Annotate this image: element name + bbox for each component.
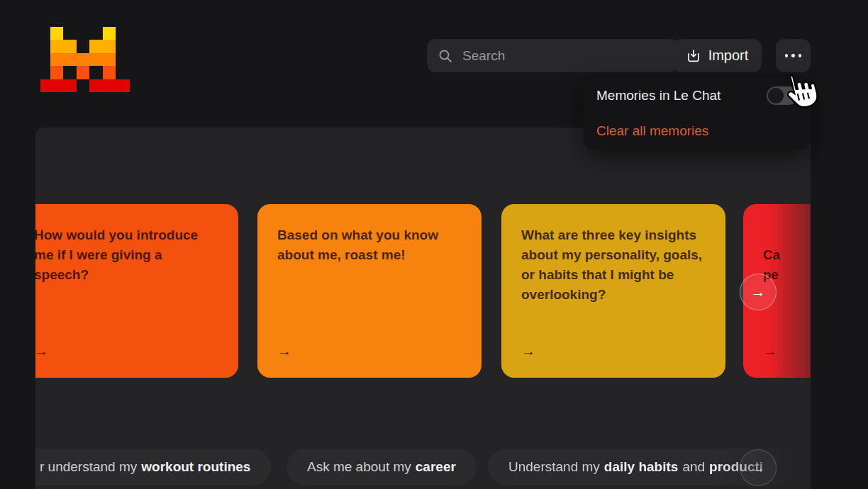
- menu-item-memories-toggle[interactable]: Memories in Le Chat: [596, 78, 798, 113]
- import-button[interactable]: Import: [672, 39, 762, 72]
- search-icon: [438, 49, 452, 63]
- logo-block: [50, 66, 63, 79]
- memories-page: Import How would you introduce me if I w…: [0, 0, 868, 489]
- download-tray-icon: [686, 48, 701, 64]
- card-text: Based on what you know about me, roast m…: [277, 227, 438, 262]
- cards-next-button[interactable]: →: [740, 274, 777, 310]
- chip-text: r understand my: [40, 459, 137, 475]
- more-options-button[interactable]: [776, 39, 811, 72]
- logo-block: [50, 27, 63, 40]
- logo-block: [50, 53, 116, 66]
- chip-text-bold: career: [416, 459, 456, 475]
- import-label: Import: [708, 47, 749, 64]
- prompt-card[interactable]: How would you introduce me if I were giv…: [35, 204, 238, 378]
- arrow-right-icon: →: [763, 341, 777, 361]
- logo-block: [89, 79, 130, 92]
- chip-text: and: [682, 459, 705, 475]
- suggestion-chip[interactable]: Ask me about my career: [286, 449, 477, 485]
- menu-item-clear-all-memories[interactable]: Clear all memories: [596, 113, 798, 149]
- logo-block: [103, 27, 116, 40]
- chip-text-bold: daily habits: [604, 459, 679, 475]
- chip-text: Ask me about my: [307, 459, 411, 475]
- search-input[interactable]: [461, 47, 627, 64]
- arrow-right-icon: →: [35, 341, 48, 361]
- arrow-right-icon: →: [751, 459, 766, 476]
- overflow-menu: Memories in Le Chat Clear all memories: [584, 78, 811, 150]
- prompt-card[interactable]: What are three key insights about my per…: [501, 204, 725, 378]
- logo-block: [40, 79, 77, 92]
- clear-all-memories-label: Clear all memories: [596, 123, 708, 139]
- logo-block: [77, 66, 89, 79]
- chip-text-bold: workout routines: [141, 459, 250, 475]
- chip-text: Understand my: [508, 459, 600, 475]
- ellipsis-icon: [785, 54, 802, 57]
- mistral-logo[interactable]: [40, 27, 130, 92]
- arrow-right-icon: →: [751, 283, 766, 300]
- card-text: How would you introduce me if I were giv…: [35, 227, 198, 282]
- suggestion-chip[interactable]: r understand my workout routines: [35, 449, 271, 485]
- content-panel: How would you introduce me if I were giv…: [35, 128, 811, 489]
- memories-toggle-switch[interactable]: [767, 86, 798, 105]
- memories-toggle-label: Memories in Le Chat: [596, 88, 720, 103]
- search-bar[interactable]: [427, 39, 678, 72]
- logo-block: [50, 40, 77, 52]
- chips-next-button[interactable]: →: [740, 449, 777, 486]
- card-text: What are three key insights about my per…: [521, 227, 702, 302]
- prompt-card[interactable]: Based on what you know about me, roast m…: [257, 204, 482, 378]
- arrow-right-icon: →: [521, 341, 535, 361]
- toggle-knob: [768, 88, 784, 103]
- arrow-right-icon: →: [277, 341, 291, 361]
- logo-block: [103, 66, 116, 79]
- logo-block: [89, 40, 116, 52]
